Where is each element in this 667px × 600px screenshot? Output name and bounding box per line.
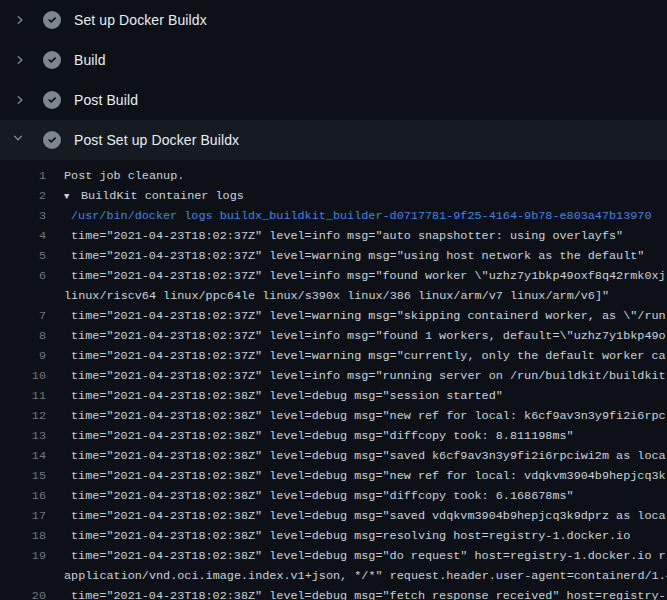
log-line: 8 time="2021-04-23T18:02:37Z" level=info… [0,326,667,346]
step-title: Build [74,52,106,68]
log-line: 6 time="2021-04-23T18:02:37Z" level=info… [0,266,667,286]
step-header-set-up-docker-buildx[interactable]: Set up Docker Buildx [0,0,667,40]
log-line-text: time="2021-04-23T18:02:38Z" level=debug … [64,426,574,446]
log-line: linux/riscv64 linux/ppc64le linux/s390x … [0,286,667,306]
log-line: 14 time="2021-04-23T18:02:38Z" level=deb… [0,446,667,466]
log-line-text: time="2021-04-23T18:02:37Z" level=warnin… [64,346,666,366]
step-title: Post Build [74,92,138,108]
log-line-text: time="2021-04-23T18:02:37Z" level=info m… [64,326,666,346]
step-title: Set up Docker Buildx [74,12,207,28]
log-line-number[interactable]: 15 [0,466,46,486]
log-line-text: time="2021-04-23T18:02:38Z" level=debug … [64,506,666,526]
log-line-text: time="2021-04-23T18:02:38Z" level=debug … [64,526,630,546]
log-line-number[interactable]: 13 [0,426,46,446]
log-line-number[interactable]: 20 [0,586,46,600]
log-line-text: time="2021-04-23T18:02:37Z" level=warnin… [64,306,666,326]
log-line-text: /usr/bin/docker logs buildx_buildkit_bui… [64,206,652,226]
chevron-right-icon [12,92,28,108]
log-line: 5 time="2021-04-23T18:02:37Z" level=warn… [0,246,667,266]
log-line-text: time="2021-04-23T18:02:38Z" level=debug … [64,446,666,466]
log-line-text: time="2021-04-23T18:02:38Z" level=debug … [64,466,666,486]
log-line: 12 time="2021-04-23T18:02:38Z" level=deb… [0,406,667,426]
log-line-number[interactable]: 11 [0,386,46,406]
log-viewer[interactable]: 1 Post job cleanup. 2 ▼BuildKit containe… [0,160,667,600]
step-title: Post Set up Docker Buildx [74,132,239,148]
log-line: 18 time="2021-04-23T18:02:38Z" level=deb… [0,526,667,546]
log-line-number[interactable]: 12 [0,406,46,426]
log-line-number[interactable]: 3 [0,206,46,226]
log-line: 15 time="2021-04-23T18:02:38Z" level=deb… [0,466,667,486]
log-line-number[interactable]: 1 [0,166,46,186]
log-line-number[interactable]: 16 [0,486,46,506]
step-header-post-set-up-docker-buildx[interactable]: Post Set up Docker Buildx [0,120,667,160]
log-line: 19 time="2021-04-23T18:02:38Z" level=deb… [0,546,667,566]
log-line: 10 time="2021-04-23T18:02:37Z" level=inf… [0,366,667,386]
log-line-number[interactable]: 7 [0,306,46,326]
log-line: 20 time="2021-04-23T18:02:38Z" level=deb… [0,586,667,600]
log-group-toggle[interactable]: 2 ▼BuildKit container logs [0,186,667,206]
log-line: 4 time="2021-04-23T18:02:37Z" level=info… [0,226,667,246]
step-header-post-build[interactable]: Post Build [0,80,667,120]
log-line-text: ▼BuildKit container logs [64,186,244,206]
actions-log-viewer: Set up Docker Buildx Build [0,0,667,600]
log-line: 16 time="2021-04-23T18:02:38Z" level=deb… [0,486,667,506]
log-line-number[interactable]: 9 [0,346,46,366]
log-line-number[interactable]: 2 [0,186,46,206]
log-line-text: time="2021-04-23T18:02:37Z" level=info m… [64,266,666,286]
steps-list: Set up Docker Buildx Build [0,0,667,160]
log-line-text: time="2021-04-23T18:02:38Z" level=debug … [64,386,503,406]
log-line-number[interactable]: 4 [0,226,46,246]
log-line-text: application/vnd.oci.image.index.v1+json,… [64,566,667,586]
log-line-text: time="2021-04-23T18:02:38Z" level=debug … [64,546,666,566]
log-line-number[interactable] [0,566,46,586]
check-circle-icon [43,51,61,69]
log-line-number[interactable]: 19 [0,546,46,566]
chevron-right-icon [12,52,28,68]
log-line-number[interactable]: 6 [0,266,46,286]
check-circle-icon [43,91,61,109]
caret-down-icon: ▼ [64,187,81,206]
log-line-number[interactable]: 8 [0,326,46,346]
log-line-text: time="2021-04-23T18:02:38Z" level=debug … [64,586,666,600]
log-line: 1 Post job cleanup. [0,166,667,186]
log-line-text: Post job cleanup. [64,166,184,186]
log-line-number[interactable]: 18 [0,526,46,546]
log-line-text: time="2021-04-23T18:02:38Z" level=debug … [64,406,666,426]
step-header-build[interactable]: Build [0,40,667,80]
log-line: 3 /usr/bin/docker logs buildx_buildkit_b… [0,206,667,226]
check-circle-icon [43,11,61,29]
log-line: 17 time="2021-04-23T18:02:38Z" level=deb… [0,506,667,526]
log-line: application/vnd.oci.image.index.v1+json,… [0,566,667,586]
log-line-number[interactable] [0,286,46,306]
log-line-text: time="2021-04-23T18:02:37Z" level=warnin… [64,246,644,266]
log-line-text: time="2021-04-23T18:02:37Z" level=info m… [64,226,623,246]
log-line-text: linux/riscv64 linux/ppc64le linux/s390x … [64,286,609,306]
log-line: 9 time="2021-04-23T18:02:37Z" level=warn… [0,346,667,366]
chevron-down-icon [12,132,28,148]
check-circle-icon [43,131,61,149]
chevron-right-icon [12,12,28,28]
log-line-number[interactable]: 17 [0,506,46,526]
log-line: 11 time="2021-04-23T18:02:38Z" level=deb… [0,386,667,406]
log-line-number[interactable]: 5 [0,246,46,266]
log-line-number[interactable]: 10 [0,366,46,386]
log-line-number[interactable]: 14 [0,446,46,466]
log-line: 7 time="2021-04-23T18:02:37Z" level=warn… [0,306,667,326]
log-line: 13 time="2021-04-23T18:02:38Z" level=deb… [0,426,667,446]
log-line-text: time="2021-04-23T18:02:37Z" level=info m… [64,366,666,386]
log-line-text: time="2021-04-23T18:02:38Z" level=debug … [64,486,574,506]
